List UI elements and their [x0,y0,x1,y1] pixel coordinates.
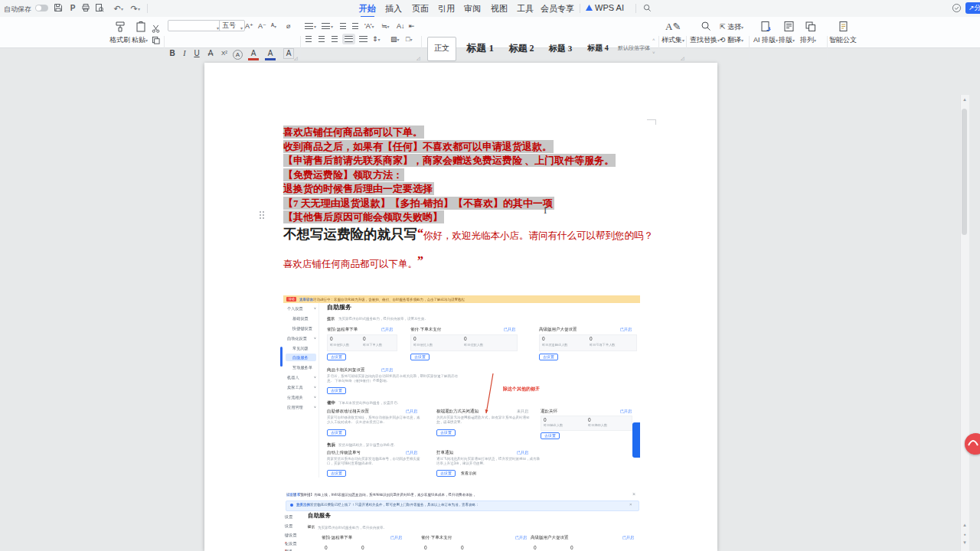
browse-object-icon[interactable]: ● [962,531,968,537]
stat-label: 昨日催付人数 [413,343,433,347]
increase-font-icon[interactable]: A⁺ [245,22,253,30]
arrange-label[interactable]: 排列▾ [800,35,816,45]
smart-doc-label[interactable]: 智能公文 [829,35,857,45]
card-title: 打单通知 [436,450,453,455]
undo-caret-icon[interactable]: ▾ [121,6,123,11]
style-set-icon[interactable]: A✎ [665,21,681,33]
open-quote: “ [417,227,423,240]
layout-icon[interactable] [783,21,795,35]
shading-icon[interactable]: ▨▾ [390,35,400,43]
share-button[interactable]: ↗分享 [965,2,980,14]
bullet-caret-icon[interactable]: ▾ [314,24,316,29]
line-spacing-icon[interactable]: ⇕▾ [372,35,381,43]
divider [635,4,636,13]
layout-label[interactable]: 排版▾ [779,35,795,45]
stat-value: 0 [590,336,593,341]
smart-doc-icon[interactable] [838,21,849,35]
number-caret-icon[interactable]: ▾ [331,24,333,29]
format-painter-icon[interactable] [114,21,126,36]
select-label[interactable]: ⇱ 选择▾ [720,22,743,32]
ss1-sidebar-item: 应用管理 [287,405,303,410]
tab-home[interactable]: 开始 [359,3,376,15]
ai-layout-icon[interactable] [760,21,772,35]
sort-icon[interactable]: A↓ [397,22,405,30]
chevron-down-icon: ∨ [314,385,316,389]
paste-icon[interactable] [135,21,147,36]
ss1-tip-text: 为买家提供自助式服务能力，提升接待效率，设置后生效。 [338,317,428,321]
card-status: 已开启 [390,535,402,540]
bullet-list-icon[interactable] [305,23,313,29]
char-scale-icon[interactable]: 'A'▾ [364,22,374,30]
info-dot-icon [290,504,293,507]
decrease-indent-icon[interactable] [340,23,346,29]
copy-icon[interactable] [152,34,160,47]
heading-line: 不想写运费险的就只写“你好，欢迎光临本小店。请问有什么可以帮到您的吗？ [283,225,653,243]
decrease-font-icon[interactable]: A⁻ [258,22,266,30]
ss1-sidebar-item: 机器人 [287,375,299,380]
tab-insert[interactable]: 插入 [385,3,402,15]
paste-label[interactable]: 粘贴▾ [132,35,148,45]
ai-layout-label[interactable]: AI 排版▾ [753,35,778,45]
number-list-icon[interactable] [322,23,330,29]
align-right-icon[interactable] [332,36,338,42]
translate-label[interactable]: ⟲ 翻译▾ [720,35,743,45]
format-painter-label[interactable]: 格式刷 [109,35,130,45]
redo-caret-icon[interactable]: ▾ [138,6,140,11]
heading-text: 不想写运费险的就只写 [283,227,417,242]
scrollbar-thumb[interactable] [962,109,967,235]
autosave-toggle[interactable] [35,5,48,11]
ss1-tip-label: 提示 [327,316,335,321]
increase-indent-icon[interactable] [352,23,358,29]
paragraph-drag-handle[interactable] [259,210,264,219]
go-setup-button: 去设置 [327,429,346,436]
find-icon[interactable] [701,21,711,34]
search-icon[interactable] [643,4,654,15]
stat-value: 0 [464,336,467,341]
embedded-screenshot-2[interactable]: 记上团【预举报】功能上线，协助客服识别恶意咨询，系统智能识别问题并及时处理，减少… [283,491,640,551]
side-widget [632,422,640,458]
go-setup-button: 去设置 [410,354,430,360]
export-pdf-icon[interactable]: P [67,3,78,14]
tab-page[interactable]: 页面 [412,3,429,15]
tab-tools[interactable]: 工具 [517,3,534,15]
text-effects-icon[interactable]: ᴬ▾ [271,22,276,30]
doc-check-icon[interactable] [952,3,962,14]
scroll-up-icon[interactable]: ▴ [962,96,968,103]
section-desc: 开启后，系统可根据买家咨询内容自动回复商品卡相关问题，帮助买家快速了解商品信息。… [327,374,459,383]
font-name-combo[interactable]: ▾ [168,20,221,31]
tab-review[interactable]: 审阅 [464,3,481,15]
find-replace-label[interactable]: 查找替换▾ [690,35,720,45]
arrange-icon[interactable] [805,21,816,35]
wps-writer-window: 自动保存 P ↶ ▾ ↷ ▾ 开始 插入 页面 引用 审阅 视图 工具 会员专享… [0,0,980,551]
font-size-combo[interactable]: 五号▾ [219,20,245,31]
prev-page-icon[interactable]: ▴ [962,522,968,528]
justify-icon[interactable] [345,36,353,42]
floating-assistant-button[interactable] [965,433,980,455]
print-preview-icon[interactable] [95,3,106,14]
distribute-icon[interactable] [359,36,368,42]
tab-member[interactable]: 会员专享 [541,3,574,15]
show-marks-icon[interactable]: ⇤ [409,22,415,30]
tab-view[interactable]: 视图 [491,3,508,15]
tab-references[interactable]: 引用 [438,3,455,15]
ss1-sidebar-item: 互动服务单 [292,365,312,370]
embedded-screenshot-1[interactable]: 活动 大促官方活动进行中：客服自动化能力升级，含催拍、催付、自助服务等多项能力，… [283,295,640,478]
tab-wps-ai[interactable]: WPS AI [586,3,624,12]
close-quote: ” [417,254,423,267]
align-center-icon[interactable] [318,36,325,42]
border-icon[interactable]: □▾ [406,35,412,43]
style-set-label[interactable]: 样式集▾ [662,35,684,45]
styles-scroll-up[interactable]: ˄ [652,37,655,42]
text-direction-icon[interactable]: ≒▾ [381,22,390,30]
sidebar-divider [318,303,319,478]
chevron-down-icon: ∨ [314,375,316,379]
save-icon[interactable] [54,3,64,14]
print-icon[interactable] [81,3,92,14]
card-title: 催付·下单未支付 [410,327,441,332]
clear-format-icon[interactable]: ⌀ [286,22,290,30]
autosave-label: 自动保存 [4,5,31,15]
document-page[interactable]: 喜欢店铺任何商品都可以下单。 收到商品之后，如果有【任何】不喜欢都可以申请退货退… [204,63,717,551]
screenshot-scroll-indicator [280,347,283,367]
next-page-icon[interactable]: ▾ [962,540,968,546]
align-left-icon[interactable] [305,36,312,42]
